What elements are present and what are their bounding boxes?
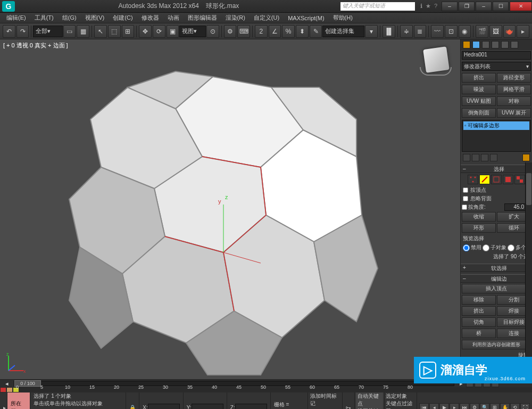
manipulate-button[interactable]: ⚙ bbox=[224, 25, 237, 38]
menu-create[interactable]: 创建(C) bbox=[109, 14, 137, 22]
motion-tab-icon[interactable] bbox=[492, 41, 499, 48]
rollout-selection[interactable]: –选择 bbox=[461, 165, 532, 173]
minimize-inner-button[interactable]: – bbox=[442, 2, 458, 11]
key-filters-button[interactable]: 关键点过滤器 bbox=[386, 400, 415, 409]
curve-editor-button[interactable]: 〰 bbox=[431, 25, 444, 38]
time-config-button[interactable]: ⚙ bbox=[470, 403, 479, 409]
preview-multi-radio[interactable]: 多个 bbox=[508, 244, 526, 251]
nav-orbit-button[interactable]: ⟲ bbox=[510, 403, 520, 409]
menu-tools[interactable]: 工具(T) bbox=[30, 14, 58, 22]
nav-zoom-all-button[interactable]: ⊞ bbox=[490, 403, 500, 409]
shrink-button[interactable]: 收缩 bbox=[462, 212, 496, 222]
by-angle-value[interactable]: 45.0 bbox=[504, 203, 526, 211]
subobj-border[interactable] bbox=[491, 175, 502, 184]
menu-edit[interactable]: 编辑(E) bbox=[2, 14, 30, 22]
modifier-item-editable-poly[interactable]: ▫ 可编辑多边形 bbox=[463, 121, 529, 130]
scale-button[interactable]: ▣ bbox=[167, 25, 179, 38]
configure-sets-icon[interactable] bbox=[522, 154, 530, 161]
subobj-polygon[interactable] bbox=[503, 175, 513, 184]
remove-mod-icon[interactable] bbox=[490, 154, 497, 161]
coord-z-input[interactable] bbox=[235, 404, 267, 409]
key-mode-icon[interactable]: 🗝 bbox=[343, 392, 355, 409]
nav-pan-button[interactable]: ✋ bbox=[500, 403, 510, 409]
pin-stack-icon[interactable] bbox=[463, 154, 470, 161]
subobj-element[interactable] bbox=[514, 175, 525, 184]
snap-2d-button[interactable]: 2 bbox=[255, 25, 268, 38]
object-name-field[interactable]: Hedra001 bbox=[462, 51, 531, 60]
window-crossing-button[interactable]: ⊞ bbox=[122, 25, 135, 38]
move-button[interactable]: ✥ bbox=[139, 25, 152, 38]
undo-button[interactable]: ↶ bbox=[3, 25, 15, 38]
mod-btn-meshsmooth[interactable]: 网格平滑 bbox=[497, 85, 531, 94]
restore-inner-button[interactable]: ❐ bbox=[459, 2, 475, 11]
chamfer-button[interactable]: 切角 bbox=[462, 317, 496, 327]
display-tab-icon[interactable] bbox=[501, 41, 509, 48]
extrude-button[interactable]: 挤出 bbox=[462, 306, 496, 316]
use-center-button[interactable]: ⊙ bbox=[206, 25, 219, 38]
mod-btn-bevelprofile[interactable]: 倒角剖面 bbox=[462, 108, 496, 118]
redo-button[interactable]: ↷ bbox=[16, 25, 29, 38]
material-editor-button[interactable]: ◉ bbox=[459, 25, 471, 38]
render-prod-button[interactable]: ▸ bbox=[517, 25, 529, 38]
show-end-result-icon[interactable] bbox=[472, 154, 479, 161]
menu-help[interactable]: 帮助(H) bbox=[329, 14, 357, 22]
ref-coord-dropdown[interactable]: 视图 ▾ bbox=[179, 26, 205, 37]
subobj-vertex[interactable] bbox=[468, 175, 478, 184]
modify-tab-icon[interactable] bbox=[472, 41, 480, 48]
next-frame-button[interactable]: ▸ bbox=[450, 403, 459, 409]
goto-start-button[interactable]: ⏮ bbox=[419, 403, 429, 409]
play-button[interactable]: ▶ bbox=[439, 403, 449, 409]
menu-customize[interactable]: 自定义(U) bbox=[250, 14, 284, 22]
create-shape-button[interactable]: 利用所选内容创建图形 bbox=[462, 340, 531, 349]
modifier-stack[interactable]: ▫ 可编辑多边形 bbox=[462, 120, 531, 152]
info-center-icon[interactable]: ℹ bbox=[420, 3, 422, 10]
by-angle-checkbox[interactable] bbox=[462, 204, 467, 210]
preview-subobj-radio[interactable]: 子对象 bbox=[483, 244, 506, 251]
coord-y-input[interactable] bbox=[192, 404, 223, 409]
keyboard-shortcut-button[interactable]: ⌨ bbox=[237, 25, 250, 38]
insert-vertex-button[interactable]: 插入顶点 bbox=[462, 284, 531, 293]
menu-views[interactable]: 视图(V) bbox=[81, 14, 109, 22]
named-selection-input[interactable]: 创建选择集 bbox=[322, 26, 364, 37]
render-setup-button[interactable]: 🎬 bbox=[476, 25, 488, 38]
menu-modifiers[interactable]: 修改器 bbox=[137, 14, 163, 22]
make-unique-icon[interactable] bbox=[481, 154, 488, 161]
selection-filter-dropdown[interactable]: 全部 ▾ bbox=[33, 26, 62, 37]
auto-key-button[interactable]: 自动关键点 bbox=[356, 392, 384, 407]
maxscript-row-field[interactable]: 所在行: bbox=[7, 392, 30, 409]
mirror-button[interactable]: ▐▌ bbox=[383, 25, 395, 38]
bridge-button[interactable]: 桥 bbox=[462, 329, 496, 338]
maximize-button[interactable]: ☐ bbox=[493, 2, 509, 11]
rotate-button[interactable]: ⟳ bbox=[153, 25, 165, 38]
select-button[interactable]: ▭ bbox=[63, 25, 76, 38]
schematic-button[interactable]: ⊡ bbox=[445, 25, 458, 38]
menu-maxscript[interactable]: MAXScript(M) bbox=[284, 15, 328, 21]
render-frame-button[interactable]: 🖼 bbox=[489, 25, 502, 38]
by-vertex-checkbox[interactable]: 按顶点 bbox=[461, 186, 532, 194]
preview-disable-radio[interactable]: 禁用 bbox=[463, 244, 481, 251]
add-time-tag[interactable]: 添加时间标记 bbox=[310, 392, 340, 407]
snap-angle-button[interactable]: ∠ bbox=[269, 25, 281, 38]
nav-max-button[interactable]: ⛶ bbox=[520, 403, 530, 409]
snap-percent-button[interactable]: % bbox=[282, 25, 295, 38]
create-tab-icon[interactable] bbox=[463, 41, 470, 48]
mod-btn-uvwunwrap[interactable]: UVW 展开 bbox=[497, 108, 531, 118]
modifier-list-dropdown[interactable]: 修改器列表▾ bbox=[462, 62, 531, 71]
ignore-backfacing-checkbox[interactable]: 忽略背面 bbox=[461, 194, 532, 203]
render-button[interactable]: 🫖 bbox=[503, 25, 516, 38]
align-button[interactable]: ≑ bbox=[400, 25, 413, 38]
rollout-soft-selection[interactable]: +软选择 bbox=[461, 264, 532, 272]
layers-button[interactable]: ≣ bbox=[414, 25, 427, 38]
viewport-perspective[interactable]: [ + 0 透视 0 真实 + 边面 ] bbox=[0, 39, 460, 379]
menu-rendering[interactable]: 渲染(R) bbox=[221, 14, 250, 22]
ring-button[interactable]: 环形 bbox=[462, 223, 496, 233]
mod-btn-pathdeform[interactable]: 路径变形 bbox=[497, 73, 531, 83]
mod-btn-noise[interactable]: 噪波 bbox=[462, 85, 496, 94]
nav-zoom-button[interactable]: 🔍 bbox=[480, 403, 489, 409]
utilities-tab-icon[interactable] bbox=[511, 41, 518, 48]
panel-scrollbar[interactable] bbox=[525, 162, 532, 379]
mod-btn-extrude[interactable]: 挤出 bbox=[462, 73, 496, 83]
help-icon[interactable]: ? bbox=[434, 3, 437, 10]
coord-x-input[interactable] bbox=[148, 404, 180, 409]
menu-graph-editors[interactable]: 图形编辑器 bbox=[184, 14, 221, 22]
